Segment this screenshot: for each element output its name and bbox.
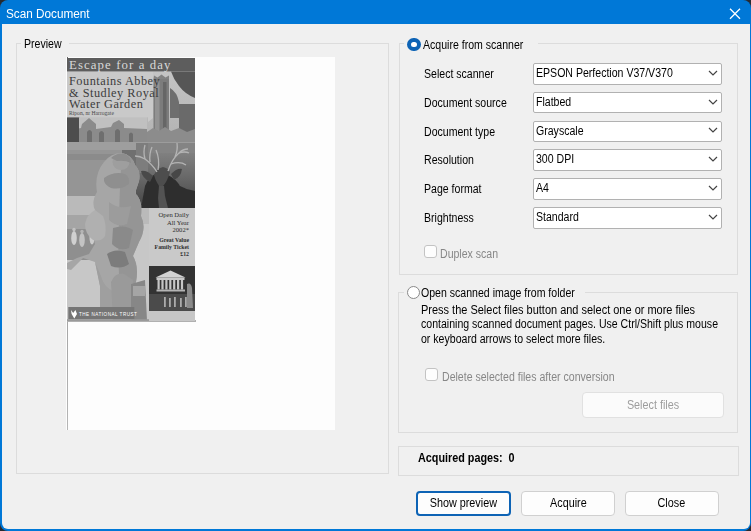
svg-text:Ripon, nr Harrogate: Ripon, nr Harrogate bbox=[69, 110, 114, 116]
svg-text:THE NATIONAL TRUST: THE NATIONAL TRUST bbox=[79, 312, 137, 317]
svg-text:Great Value: Great Value bbox=[159, 237, 189, 243]
svg-text:Open Daily: Open Daily bbox=[158, 211, 189, 218]
svg-text:£12: £12 bbox=[180, 251, 189, 257]
svg-text:Escape for a day: Escape for a day bbox=[69, 58, 172, 72]
svg-text:2002*: 2002* bbox=[172, 226, 188, 233]
svg-text:Family Ticket: Family Ticket bbox=[154, 244, 188, 250]
svg-text:All Year: All Year bbox=[167, 219, 190, 226]
